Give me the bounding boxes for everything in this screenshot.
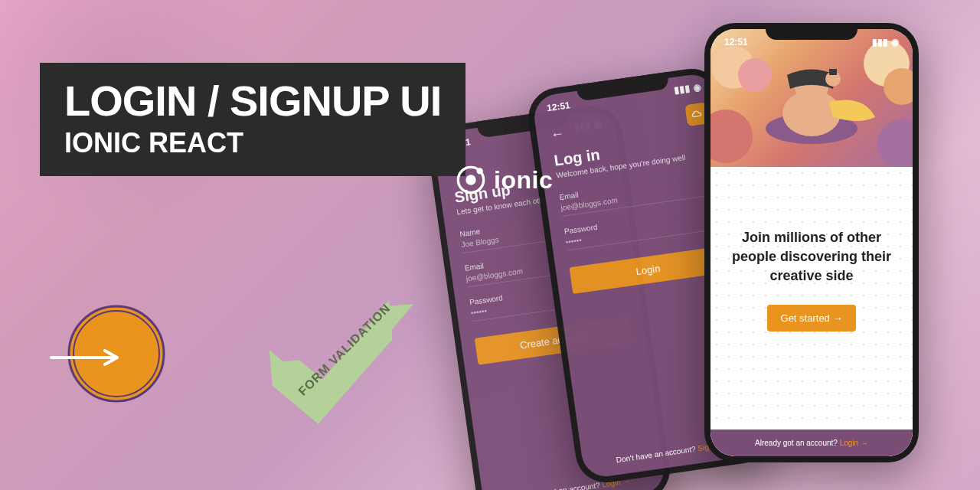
wifi-icon: ◉ — [692, 81, 701, 93]
status-time: 12:51 — [724, 37, 748, 47]
footer-text: Don't have an account? — [616, 444, 698, 464]
signal-icon: ▮▮▮ — [872, 37, 888, 47]
svg-point-1 — [466, 175, 475, 185]
login-link[interactable]: Login → — [840, 439, 868, 447]
landing-footer: Already got an account? Login → — [710, 430, 913, 456]
ionic-icon — [456, 165, 486, 195]
title-main: LOGIN / SIGNUP UI — [64, 80, 441, 122]
status-time: 12:51 — [546, 100, 570, 113]
svg-point-7 — [738, 58, 772, 92]
wifi-icon: ◉ — [891, 37, 899, 47]
svg-point-2 — [477, 168, 483, 174]
ionic-label: ionic — [494, 166, 553, 194]
footer-text: Already got an account? — [518, 481, 603, 490]
svg-point-10 — [710, 109, 753, 163]
svg-rect-16 — [829, 69, 837, 75]
phone-notch — [766, 23, 858, 40]
arrow-icon — [50, 349, 122, 369]
form-validation-badge: FORM VALIDATION — [250, 264, 439, 435]
title-box: LOGIN / SIGNUP UI IONIC REACT — [40, 63, 466, 176]
get-started-button[interactable]: Get started → — [767, 305, 857, 332]
phone-landing: 12:51 ▮▮▮ ◉ Join millions of other peopl… — [704, 23, 919, 462]
ionic-logo: ionic — [456, 165, 553, 195]
footer-text: Already got an account? — [755, 439, 840, 447]
svg-point-11 — [877, 119, 913, 167]
title-sub: IONIC REACT — [64, 127, 441, 159]
signal-icon: ▮▮▮ — [674, 83, 691, 96]
landing-headline: Join millions of other people discoverin… — [729, 228, 894, 286]
login-button[interactable]: Login — [570, 246, 727, 294]
